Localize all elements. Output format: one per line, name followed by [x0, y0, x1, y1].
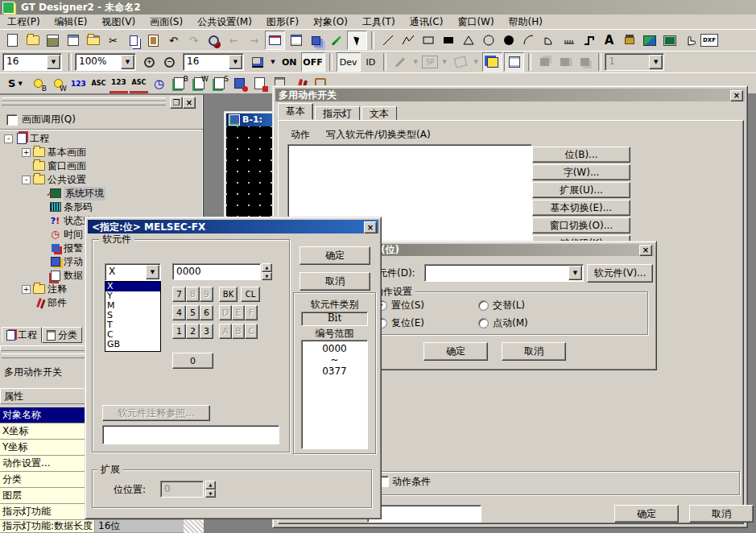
device-dialog-titlebar[interactable]: <指定:位> MELSEC-FX × [88, 220, 378, 233]
menu-item-window[interactable]: 窗口(W) [450, 15, 501, 29]
base-switch-button[interactable]: 基本切换(E)... [532, 200, 630, 216]
device-number-spinner[interactable]: ▲▼ [262, 263, 272, 280]
screen-copy-icon[interactable] [64, 31, 82, 49]
property-row-action[interactable]: 动作设置... [0, 456, 95, 472]
comment-bit-icon[interactable]: B [170, 75, 188, 93]
tree-item-system-env[interactable]: ✓系统环境 [0, 187, 105, 200]
ascii-display-icon[interactable]: ASC [89, 75, 108, 93]
arc-tool-icon[interactable] [519, 31, 538, 49]
close-panel-button[interactable]: × [183, 97, 196, 109]
key-f[interactable]: F [245, 305, 258, 320]
property-row-category[interactable]: 分类 [0, 472, 95, 488]
property-row-data-length[interactable]: 指示灯功能:数据长度 [0, 520, 95, 533]
lamp-word-icon[interactable]: W [49, 75, 68, 93]
data-view-icon[interactable] [287, 31, 305, 49]
tree-item-time[interactable]: ◷时间 [0, 228, 83, 241]
chevron-down-icon[interactable]: ▼ [568, 266, 582, 280]
menu-item-edit[interactable]: 编辑(E) [48, 15, 95, 29]
dock-grip[interactable] [2, 101, 166, 105]
menu-item-communication[interactable]: 通讯(C) [403, 15, 451, 29]
object-frame-toggle-icon[interactable] [482, 52, 502, 72]
property-row-layer[interactable]: 图层 [0, 488, 95, 504]
list-item[interactable]: X [105, 282, 160, 291]
key-d[interactable]: D [219, 305, 232, 320]
key-e[interactable]: E [232, 305, 245, 320]
key-3[interactable]: 3 [200, 324, 213, 339]
key-1[interactable]: 1 [172, 324, 186, 339]
device-number-field[interactable]: 0000 [172, 263, 261, 280]
comment-word-icon[interactable]: W [190, 75, 209, 93]
tree-item-alarm[interactable]: 报警 [0, 242, 83, 254]
radio-reset[interactable]: 复位(E) [377, 316, 424, 330]
tree-item-barcode[interactable]: 条形码 [0, 200, 93, 213]
tree-item-window-screens[interactable]: 窗口画面 [0, 159, 86, 172]
layers-icon[interactable] [307, 31, 325, 49]
tab-basic[interactable]: 基本 [278, 103, 313, 120]
key-cl[interactable]: CL [241, 287, 260, 302]
undo-icon[interactable]: ↶ [164, 31, 183, 49]
list-item[interactable]: GB [105, 340, 160, 349]
menu-item-object[interactable]: 对象(O) [306, 15, 355, 29]
screen-manager-icon[interactable] [84, 31, 102, 49]
action-bit-cancel-button[interactable]: 取消 [502, 342, 566, 361]
key-a[interactable]: A [219, 324, 232, 339]
tree-item-data[interactable]: 数据 [0, 269, 83, 282]
id-display-label[interactable]: ID [366, 57, 376, 68]
word-button[interactable]: 字(W)... [532, 164, 630, 180]
chevron-down-icon[interactable]: ▼ [229, 55, 242, 69]
key-2[interactable]: 2 [186, 324, 200, 339]
device-comment-field[interactable] [102, 425, 279, 444]
cut-icon[interactable]: ✂ [104, 31, 122, 49]
device-comment-button[interactable]: 软元件注释参照... [102, 405, 210, 421]
numeric-display-icon[interactable]: 123 [69, 75, 88, 93]
menu-item-common-settings[interactable]: 公共设置(M) [190, 15, 259, 29]
menu-item-tools[interactable]: 工具(T) [355, 15, 403, 29]
numeric-input-icon[interactable]: 123 [109, 73, 128, 93]
line-color-icon[interactable] [390, 53, 409, 71]
draw-pencil-icon[interactable] [327, 31, 345, 49]
bit-position-spinner[interactable]: ▲▼ [205, 481, 216, 498]
new-icon[interactable] [3, 31, 22, 49]
zoom-combo[interactable]: 100%▼ [75, 53, 136, 71]
radio-set[interactable]: 置位(S) [377, 299, 424, 312]
open-icon[interactable] [23, 31, 42, 49]
filled-circle-tool-icon[interactable] [499, 31, 518, 49]
filled-rect-tool-icon[interactable] [439, 31, 457, 49]
key-c[interactable]: C [245, 324, 258, 339]
fill-color-dropdown-icon[interactable]: ▼ [471, 53, 481, 71]
menu-item-screen[interactable]: 画面(S) [143, 15, 190, 29]
key-7[interactable]: 7 [172, 287, 186, 302]
dxf-tool-icon[interactable]: DXF [700, 34, 718, 47]
comment-simple-icon[interactable]: S [210, 75, 229, 93]
lamp-bit-icon[interactable]: B [29, 75, 48, 93]
chevron-down-icon[interactable]: ▼ [121, 55, 134, 69]
panel-resize-grip[interactable] [184, 520, 204, 533]
pipe-tool-icon[interactable] [580, 31, 598, 49]
grid-off-toggle[interactable]: OFF [301, 52, 325, 72]
property-value-data-length[interactable]: 16位 [95, 520, 184, 533]
tree-item-common-settings[interactable]: -公共设置 [0, 173, 86, 186]
device-display-toggle[interactable]: Dev [337, 52, 361, 72]
copy-icon[interactable] [124, 31, 143, 49]
screen-call-checkbox[interactable] [6, 114, 18, 126]
key-9[interactable]: 9 [200, 287, 213, 302]
device-type-combo[interactable]: X ▼ [105, 263, 161, 281]
polyline-tool-icon[interactable] [399, 31, 417, 49]
alarm-history-icon[interactable] [230, 75, 249, 93]
alarm-list-icon[interactable] [250, 75, 269, 93]
align-right-icon[interactable] [576, 53, 594, 71]
window-switch-button[interactable]: 窗口切换(O)... [532, 217, 630, 233]
paint-tool-icon[interactable] [620, 31, 638, 49]
save-icon[interactable] [43, 31, 62, 49]
tree-item-project[interactable]: -工程 [0, 132, 49, 145]
action-bit-titlebar[interactable]: 动作(位) × [357, 244, 654, 256]
layer-combo[interactable]: 1▼ [605, 53, 664, 71]
touch-tool-icon[interactable] [680, 31, 699, 49]
select-cursor-icon[interactable] [347, 31, 367, 50]
back-icon[interactable]: ← [225, 31, 243, 49]
key-4[interactable]: 4 [172, 305, 186, 320]
key-0[interactable]: 0 [172, 353, 213, 369]
multi-ok-button[interactable]: 确定 [614, 505, 679, 523]
chevron-down-icon[interactable]: ▼ [146, 265, 159, 279]
image-tool-icon[interactable] [640, 31, 659, 49]
